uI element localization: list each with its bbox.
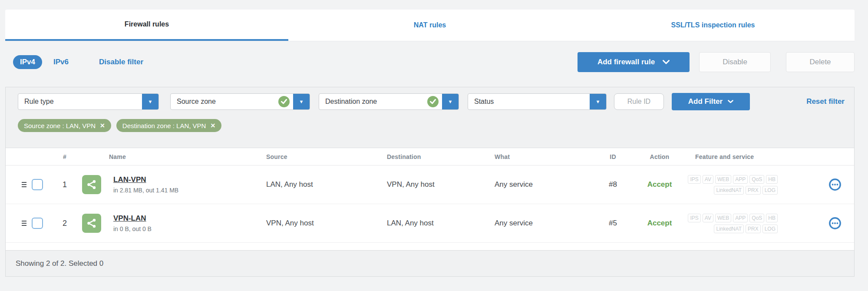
tab-nat-rules[interactable]: NAT rules — [288, 10, 571, 41]
rule-id: #8 — [592, 180, 634, 189]
rule-source: LAN, Any host — [261, 180, 382, 189]
chevron-down-icon[interactable]: ▼ — [442, 93, 459, 110]
ellipsis-icon — [828, 217, 842, 230]
add-filter-label: Add Filter — [688, 97, 723, 106]
feature-badge: QoS — [749, 175, 764, 184]
reset-filter-link[interactable]: Reset filter — [806, 97, 845, 106]
more-options-button[interactable] — [828, 178, 842, 191]
feature-badge: AV — [703, 214, 713, 222]
status-select-label: Status — [468, 98, 590, 106]
filter-row: Rule type ▼ Source zone ▼ Destination zo… — [18, 93, 845, 110]
feature-badge: APP — [733, 175, 748, 184]
ipv4-toggle[interactable]: IPv4 — [13, 55, 42, 69]
add-filter-button[interactable]: Add Filter — [672, 93, 750, 110]
remove-filter-icon[interactable]: ✕ — [100, 122, 105, 129]
status-text: Showing 2 of 2. Selected 0 — [16, 259, 103, 268]
source-zone-select[interactable]: Source zone ▼ — [170, 93, 310, 110]
disable-button[interactable]: Disable — [699, 52, 771, 72]
filter-applied-check-icon — [278, 96, 290, 107]
rule-what: Any service — [489, 219, 592, 228]
rule-number: 2 — [52, 219, 78, 228]
feature-badge: LOG — [762, 225, 778, 233]
firewall-rules-page: Firewall rules NAT rules SSL/TLS inspect… — [0, 0, 868, 291]
ipv6-toggle[interactable]: IPv6 — [53, 58, 69, 66]
source-zone-select-label: Source zone — [171, 98, 278, 106]
table-footer: Showing 2 of 2. Selected 0 — [6, 250, 854, 276]
toolbar-actions: Add firewall rule Disable Delete — [578, 52, 855, 72]
feature-badge: IPS — [688, 214, 700, 222]
header-what: What — [489, 153, 592, 160]
feature-badges: IPS AV WEB APP QoS HB LinkedNAT PRX LOG — [686, 214, 816, 233]
tab-ssl-tls-inspection-rules[interactable]: SSL/TLS inspection rules — [571, 10, 855, 41]
share-icon — [82, 214, 101, 233]
destination-zone-select[interactable]: Destination zone ▼ — [319, 93, 459, 110]
feature-badge: APP — [733, 214, 748, 222]
destination-zone-select-label: Destination zone — [319, 98, 427, 106]
rule-action: Accept — [634, 219, 686, 228]
filter-tag-source-zone: Source zone : LAN, VPN ✕ — [18, 119, 111, 132]
header-number: # — [52, 153, 78, 160]
disable-filter-link[interactable]: Disable filter — [99, 58, 143, 66]
table-row: 1 LAN-VPN in 2.81 MB, out 1.41 MB LAN, A… — [6, 165, 854, 204]
drag-handle[interactable] — [21, 180, 27, 189]
feature-badge: PRX — [746, 186, 761, 195]
feature-badge: WEB — [715, 175, 731, 184]
delete-button[interactable]: Delete — [786, 52, 855, 72]
filter-area: Rule type ▼ Source zone ▼ Destination zo… — [6, 87, 854, 148]
chevron-down-icon[interactable]: ▼ — [142, 93, 158, 110]
rule-action: Accept — [634, 180, 686, 189]
rule-what: Any service — [489, 180, 592, 189]
table-bottom-spacer — [6, 243, 854, 250]
rule-destination: VPN, Any host — [382, 180, 489, 189]
feature-badge: LinkedNAT — [714, 225, 743, 233]
feature-badge: HB — [766, 175, 778, 184]
status-select[interactable]: Status ▼ — [468, 93, 607, 110]
filter-applied-check-icon — [427, 96, 439, 107]
chevron-down-icon[interactable]: ▼ — [293, 93, 310, 110]
rule-type-select-label: Rule type — [18, 98, 142, 106]
rule-name-link[interactable]: LAN-VPN — [113, 175, 146, 184]
feature-badge: HB — [766, 214, 778, 222]
rule-traffic-stats: in 0 B, out 0 B — [113, 225, 152, 232]
feature-badge: QoS — [749, 214, 764, 222]
chevron-down-icon — [728, 100, 733, 103]
filter-tag-label: Source zone : LAN, VPN — [24, 122, 96, 129]
header-destination: Destination — [382, 153, 489, 160]
feature-badge: WEB — [715, 214, 731, 222]
feature-badge: PRX — [746, 225, 761, 233]
row-checkbox[interactable] — [32, 179, 43, 190]
feature-badge: LOG — [762, 186, 778, 195]
more-options-button[interactable] — [828, 217, 842, 230]
rule-type-select[interactable]: Rule type ▼ — [18, 93, 159, 110]
header-action: Action — [634, 153, 686, 160]
add-firewall-rule-button[interactable]: Add firewall rule — [578, 52, 690, 72]
remove-filter-icon[interactable]: ✕ — [210, 122, 215, 129]
ellipsis-icon — [828, 178, 842, 191]
feature-badges: IPS AV WEB APP QoS HB LinkedNAT PRX LOG — [686, 175, 816, 195]
drag-handle[interactable] — [21, 219, 27, 228]
rule-destination: LAN, Any host — [382, 219, 489, 228]
header-name: Name — [78, 153, 261, 160]
rule-id: #5 — [592, 219, 634, 228]
header-source: Source — [261, 153, 382, 160]
header-id: ID — [592, 153, 634, 160]
header-feature-and-service: Feature and service — [686, 153, 816, 160]
active-filter-tags: Source zone : LAN, VPN ✕ Destination zon… — [18, 119, 854, 132]
table-header: # Name Source Destination What ID Action… — [6, 148, 854, 165]
rule-number: 1 — [52, 180, 78, 189]
filter-tag-label: Destination zone : LAN, VPN — [122, 122, 206, 129]
rule-traffic-stats: in 2.81 MB, out 1.41 MB — [113, 187, 178, 194]
feature-badge: LinkedNAT — [714, 186, 743, 195]
share-icon — [82, 175, 101, 194]
row-checkbox[interactable] — [32, 218, 43, 229]
chevron-down-icon — [663, 60, 670, 64]
rule-name-link[interactable]: VPN-LAN — [113, 214, 146, 222]
tab-firewall-rules[interactable]: Firewall rules — [5, 10, 288, 41]
rule-source: VPN, Any host — [261, 219, 382, 228]
tab-bar: Firewall rules NAT rules SSL/TLS inspect… — [5, 10, 855, 41]
chevron-down-icon[interactable]: ▼ — [590, 93, 606, 110]
rule-id-input[interactable] — [614, 93, 664, 110]
rules-panel: Rule type ▼ Source zone ▼ Destination zo… — [5, 87, 855, 277]
feature-badge: IPS — [688, 175, 700, 184]
filter-tag-destination-zone: Destination zone : LAN, VPN ✕ — [116, 119, 221, 132]
